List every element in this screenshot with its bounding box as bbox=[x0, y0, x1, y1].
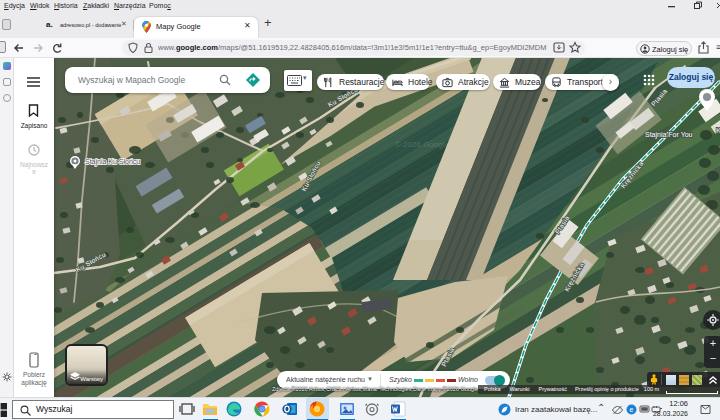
svg-text:Stajnia For You: Stajnia For You bbox=[645, 131, 693, 139]
svg-text:Stajnia Ku Słońcu: Stajnia Ku Słońcu bbox=[85, 158, 140, 166]
svg-text:K: K bbox=[716, 126, 720, 135]
svg-text:e: e bbox=[630, 406, 634, 413]
svg-text:© 2026 Google: © 2026 Google bbox=[395, 140, 449, 149]
